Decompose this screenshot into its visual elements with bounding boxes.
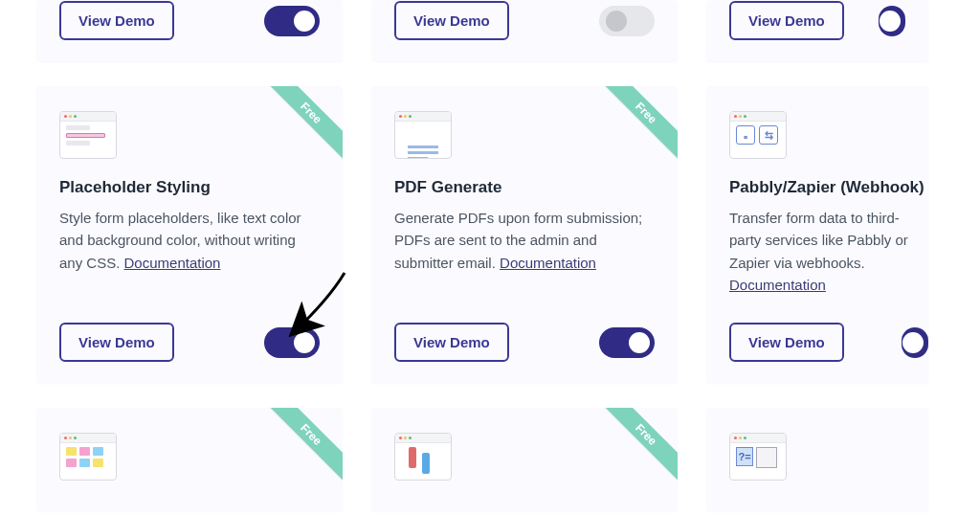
- addon-description: Style form placeholders, like text color…: [59, 207, 320, 274]
- addon-icon: [394, 433, 452, 481]
- documentation-link[interactable]: Documentation: [124, 255, 221, 271]
- addon-card-placeholder-styling: Free Placeholder Styling Style form plac…: [36, 86, 343, 383]
- free-ribbon: Free: [593, 86, 678, 170]
- enable-toggle[interactable]: [599, 327, 655, 358]
- enable-toggle[interactable]: [264, 6, 320, 36]
- enable-toggle[interactable]: [902, 327, 928, 358]
- free-ribbon: Free: [258, 86, 343, 170]
- view-demo-button[interactable]: View Demo: [729, 323, 844, 362]
- enable-toggle[interactable]: [879, 6, 905, 36]
- swap-icon: ⇆: [759, 125, 778, 145]
- addon-icon: [59, 111, 117, 159]
- addon-card-top-2: View Demo: [371, 0, 678, 61]
- addon-icon: ?=: [729, 433, 787, 481]
- addon-icon: ▼: [394, 111, 452, 159]
- documentation-link[interactable]: Documentation: [729, 277, 826, 293]
- enable-toggle[interactable]: [599, 6, 655, 36]
- view-demo-button[interactable]: View Demo: [59, 323, 174, 362]
- addon-description: Transfer form data to third-party servic…: [729, 207, 928, 296]
- view-demo-button[interactable]: View Demo: [394, 323, 509, 362]
- addon-card-pdf-generate: Free ▼ PDF Generate Generate PDFs upon f…: [371, 86, 678, 383]
- documentation-link[interactable]: Documentation: [500, 255, 596, 271]
- addon-card-bottom-1: Free: [36, 408, 343, 511]
- addon-icon: ₒ ⇆: [729, 111, 787, 159]
- addon-title: PDF Generate: [394, 178, 655, 197]
- view-demo-button[interactable]: View Demo: [729, 1, 844, 40]
- free-ribbon: Free: [258, 408, 343, 492]
- addon-card-pabbly-zapier: ₒ ⇆ Pabbly/Zapier (Webhook) Transfer for…: [706, 86, 928, 383]
- view-demo-button[interactable]: View Demo: [394, 1, 509, 40]
- enable-toggle[interactable]: [264, 327, 320, 358]
- addon-card-top-3: View Demo: [706, 0, 928, 61]
- addon-card-bottom-2: Free: [371, 408, 678, 511]
- addon-title: Pabbly/Zapier (Webhook): [729, 178, 928, 197]
- webhook-icon: ₒ: [736, 125, 755, 145]
- free-ribbon: Free: [593, 408, 678, 492]
- addon-card-bottom-3: ?=: [706, 408, 928, 511]
- addon-icon: [59, 433, 117, 481]
- addon-card-top-1: View Demo: [36, 0, 343, 61]
- view-demo-button[interactable]: View Demo: [59, 1, 174, 40]
- addon-description: Generate PDFs upon form submission; PDFs…: [394, 207, 655, 274]
- addon-title: Placeholder Styling: [59, 178, 320, 197]
